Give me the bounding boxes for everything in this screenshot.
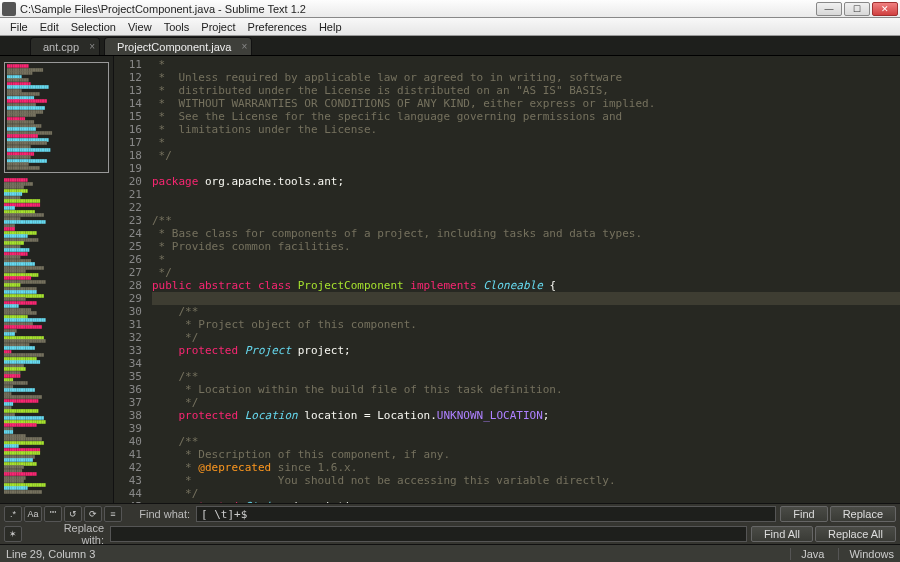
statusbar: Line 29, Column 3 Java Windows bbox=[0, 544, 900, 562]
line-number: 36 bbox=[116, 383, 142, 396]
find-toggle-4[interactable]: ⟳ bbox=[84, 506, 102, 522]
code-line[interactable] bbox=[152, 162, 900, 175]
tab-strip: ant.cpp×ProjectComponent.java× bbox=[0, 36, 900, 56]
line-number: 24 bbox=[116, 227, 142, 240]
code-line[interactable]: protected Location location = Location.U… bbox=[152, 409, 900, 422]
tab-close-icon[interactable]: × bbox=[242, 41, 248, 52]
line-number: 31 bbox=[116, 318, 142, 331]
line-number: 20 bbox=[116, 175, 142, 188]
replace-button[interactable]: Replace bbox=[830, 506, 896, 522]
find-toggle-3[interactable]: ↺ bbox=[64, 506, 82, 522]
line-number: 33 bbox=[116, 344, 142, 357]
line-number: 15 bbox=[116, 110, 142, 123]
find-toggle-2[interactable]: "" bbox=[44, 506, 62, 522]
code-line[interactable]: * See the License for the specific langu… bbox=[152, 110, 900, 123]
code-line[interactable]: * bbox=[152, 58, 900, 71]
code-line[interactable]: * bbox=[152, 136, 900, 149]
tab-close-icon[interactable]: × bbox=[89, 41, 95, 52]
code-line[interactable]: * WITHOUT WARRANTIES OR CONDITIONS OF AN… bbox=[152, 97, 900, 110]
maximize-button[interactable]: ☐ bbox=[844, 2, 870, 16]
code-line[interactable]: * Project object of this component. bbox=[152, 318, 900, 331]
line-number: 43 bbox=[116, 474, 142, 487]
code-line[interactable]: /** bbox=[152, 305, 900, 318]
find-what-input[interactable] bbox=[196, 506, 776, 522]
status-platform[interactable]: Windows bbox=[838, 548, 894, 560]
code-line[interactable] bbox=[152, 422, 900, 435]
line-number: 40 bbox=[116, 435, 142, 448]
code-line[interactable]: * distributed under the License is distr… bbox=[152, 84, 900, 97]
find-button[interactable]: Find bbox=[780, 506, 827, 522]
line-number: 37 bbox=[116, 396, 142, 409]
code-line[interactable]: */ bbox=[152, 396, 900, 409]
code-line[interactable]: * You should not be accessing this varia… bbox=[152, 474, 900, 487]
minimap[interactable]: ████████████████████████████████████████… bbox=[0, 56, 114, 503]
line-number: 11 bbox=[116, 58, 142, 71]
find-toggle-0[interactable]: .* bbox=[4, 506, 22, 522]
menu-project[interactable]: Project bbox=[195, 21, 241, 33]
line-number: 32 bbox=[116, 331, 142, 344]
close-button[interactable]: ✕ bbox=[872, 2, 898, 16]
line-number: 21 bbox=[116, 188, 142, 201]
menu-preferences[interactable]: Preferences bbox=[242, 21, 313, 33]
menu-tools[interactable]: Tools bbox=[158, 21, 196, 33]
line-number: 34 bbox=[116, 357, 142, 370]
menu-selection[interactable]: Selection bbox=[65, 21, 122, 33]
code-line[interactable]: */ bbox=[152, 266, 900, 279]
tab-projectcomponent-java[interactable]: ProjectComponent.java× bbox=[104, 37, 252, 55]
window-title: C:\Sample Files\ProjectComponent.java - … bbox=[20, 3, 816, 15]
line-number-gutter: 1112131415161718192021222324252627282930… bbox=[114, 56, 148, 503]
code-line[interactable]: * limitations under the License. bbox=[152, 123, 900, 136]
line-number: 27 bbox=[116, 266, 142, 279]
status-language[interactable]: Java bbox=[790, 548, 824, 560]
code-line[interactable]: * Location within the build file of this… bbox=[152, 383, 900, 396]
menubar: FileEditSelectionViewToolsProjectPrefere… bbox=[0, 18, 900, 36]
line-number: 35 bbox=[116, 370, 142, 383]
code-line[interactable]: * Description of this component, if any. bbox=[152, 448, 900, 461]
code-line[interactable]: * Provides common facilities. bbox=[152, 240, 900, 253]
menu-help[interactable]: Help bbox=[313, 21, 348, 33]
code-line[interactable]: /** bbox=[152, 214, 900, 227]
code-line[interactable] bbox=[152, 188, 900, 201]
code-area[interactable]: * * Unless required by applicable law or… bbox=[148, 56, 900, 503]
code-line[interactable]: * bbox=[152, 253, 900, 266]
code-line[interactable]: /** bbox=[152, 370, 900, 383]
replace-with-label: Replace with: bbox=[40, 522, 110, 546]
code-line[interactable]: * Unless required by applicable law or a… bbox=[152, 71, 900, 84]
code-line[interactable]: * @deprecated since 1.6.x. bbox=[152, 461, 900, 474]
line-number: 39 bbox=[116, 422, 142, 435]
code-line[interactable]: /** bbox=[152, 435, 900, 448]
line-number: 44 bbox=[116, 487, 142, 500]
tab-ant-cpp[interactable]: ant.cpp× bbox=[30, 37, 100, 55]
code-line[interactable]: package org.apache.tools.ant; bbox=[152, 175, 900, 188]
menu-file[interactable]: File bbox=[4, 21, 34, 33]
line-number: 14 bbox=[116, 97, 142, 110]
line-number: 28 bbox=[116, 279, 142, 292]
code-line[interactable]: */ bbox=[152, 487, 900, 500]
minimize-button[interactable]: — bbox=[816, 2, 842, 16]
menu-view[interactable]: View bbox=[122, 21, 158, 33]
editor[interactable]: 1112131415161718192021222324252627282930… bbox=[114, 56, 900, 503]
line-number: 41 bbox=[116, 448, 142, 461]
replace-with-input[interactable] bbox=[110, 526, 747, 542]
code-line[interactable]: protected Project project; bbox=[152, 344, 900, 357]
find-all-button[interactable]: Find All bbox=[751, 526, 813, 542]
window-buttons: — ☐ ✕ bbox=[816, 2, 898, 16]
status-cursor-position: Line 29, Column 3 bbox=[6, 548, 95, 560]
menu-edit[interactable]: Edit bbox=[34, 21, 65, 33]
code-line[interactable] bbox=[152, 201, 900, 214]
code-line[interactable] bbox=[152, 357, 900, 370]
line-number: 18 bbox=[116, 149, 142, 162]
code-line[interactable]: public abstract class ProjectComponent i… bbox=[152, 279, 900, 292]
replace-all-button[interactable]: Replace All bbox=[815, 526, 896, 542]
line-number: 25 bbox=[116, 240, 142, 253]
code-line[interactable]: * Base class for components of a project… bbox=[152, 227, 900, 240]
find-toggle-1[interactable]: Aa bbox=[24, 506, 42, 522]
find-toggle-5[interactable]: ≡ bbox=[104, 506, 122, 522]
highlight-matches-toggle[interactable]: ✶ bbox=[4, 526, 22, 542]
code-line[interactable]: */ bbox=[152, 149, 900, 162]
line-number: 22 bbox=[116, 201, 142, 214]
line-number: 17 bbox=[116, 136, 142, 149]
code-line[interactable] bbox=[152, 292, 900, 305]
line-number: 23 bbox=[116, 214, 142, 227]
code-line[interactable]: */ bbox=[152, 331, 900, 344]
